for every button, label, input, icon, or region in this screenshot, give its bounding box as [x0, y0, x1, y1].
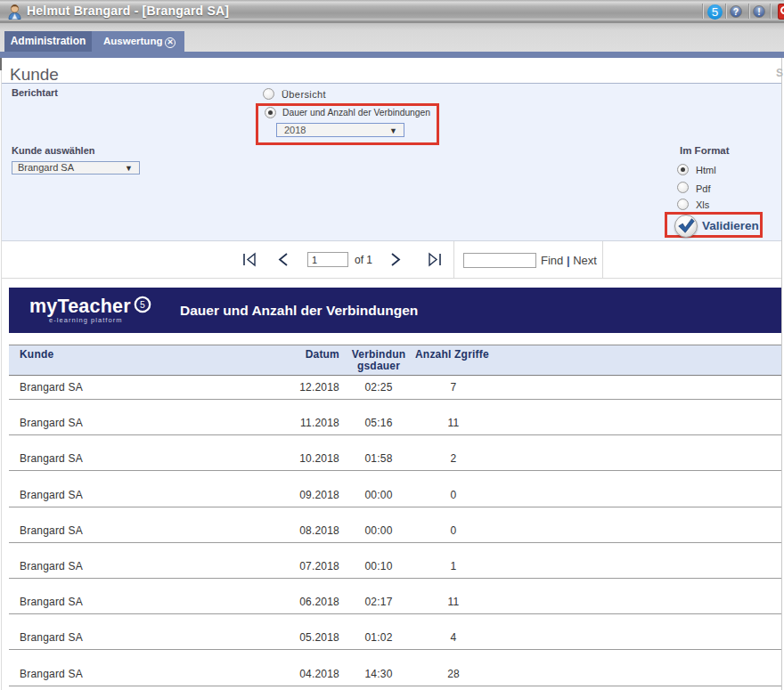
svg-text:5: 5 [140, 300, 145, 310]
